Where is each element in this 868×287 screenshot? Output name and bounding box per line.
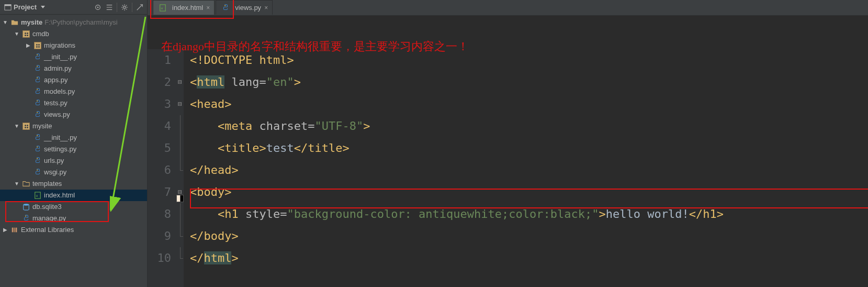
close-icon[interactable]: × [206, 4, 210, 12]
tree-db[interactable]: db.sqlite3 [0, 201, 147, 213]
project-tree[interactable]: ▼ mysite F:\Python\pycharm\mysi ▼ cmdb ▶… [0, 15, 147, 287]
line-number: 6 [148, 159, 171, 181]
tree-label: templates [32, 178, 62, 190]
expand-icon[interactable]: ▼ [2, 17, 8, 28]
svg-point-5 [37, 54, 38, 56]
folder-icon [22, 180, 30, 188]
svg-rect-20 [14, 228, 15, 233]
close-icon[interactable]: × [264, 4, 268, 12]
python-icon [33, 145, 42, 153]
tree-label: models.py [44, 86, 75, 97]
tree-label: tests.py [44, 97, 67, 109]
dropdown-icon[interactable] [41, 6, 45, 8]
python-icon [22, 214, 30, 223]
fold-toggle[interactable] [176, 93, 184, 115]
code-area[interactable]: 1 2 3 4 5 6 7 8 9 10 [148, 16, 868, 287]
tab-index-html[interactable]: H index.html × [153, 0, 215, 15]
expand-icon[interactable]: ▼ [14, 28, 20, 40]
tree-label: admin.py [44, 63, 72, 74]
tree-cmdb[interactable]: ▼ cmdb [0, 28, 147, 40]
color-swatch-icon[interactable] [180, 195, 184, 202]
html-icon: H [33, 191, 42, 200]
package-icon [33, 41, 42, 50]
tree-label: mysite [32, 120, 52, 132]
package-icon [22, 30, 30, 38]
sidebar-header: Project [0, 0, 147, 15]
svg-point-7 [37, 78, 38, 79]
tab-views-py[interactable]: views.py × [216, 0, 273, 15]
python-icon [33, 168, 42, 176]
tree-index-html[interactable]: H index.html [0, 190, 147, 201]
svg-point-24 [225, 5, 226, 6]
tree-migrations[interactable]: ▶ migrations [0, 40, 147, 51]
svg-point-9 [37, 101, 38, 102]
scroll-to-source-icon[interactable] [93, 2, 103, 13]
project-icon [4, 4, 12, 11]
tree-label: External Libraries [21, 224, 74, 236]
tabs-row: H index.html × views.py × [148, 0, 868, 16]
tree-file[interactable]: urls.py [0, 155, 147, 167]
tree-file[interactable]: settings.py [0, 144, 147, 155]
python-icon [33, 87, 42, 96]
tree-file[interactable]: tests.py [0, 97, 147, 109]
expand-icon[interactable]: ▼ [14, 120, 20, 132]
tree-mysite-pkg[interactable]: ▼ mysite [0, 120, 147, 132]
tree-file[interactable]: __init__.py [0, 51, 147, 63]
tab-label: index.html [172, 4, 203, 12]
fold-gutter [176, 49, 184, 287]
tree-file[interactable]: apps.py [0, 74, 147, 86]
python-icon [221, 4, 230, 12]
python-icon [33, 76, 42, 84]
expand-icon[interactable]: ▼ [14, 178, 20, 190]
expand-icon[interactable]: ▶ [25, 40, 31, 51]
collapse-all-icon[interactable] [104, 2, 115, 13]
svg-point-13 [37, 158, 38, 159]
python-icon [33, 134, 42, 142]
line-number: 7 [148, 181, 171, 203]
python-icon [33, 111, 42, 119]
sidebar-title[interactable]: Project [14, 3, 37, 11]
svg-text:H: H [36, 194, 38, 197]
database-icon [22, 203, 30, 211]
line-number: 9 [148, 225, 171, 247]
hide-icon[interactable] [134, 2, 145, 13]
gear-icon[interactable] [119, 2, 130, 13]
tree-label: settings.py [44, 144, 76, 155]
svg-point-8 [37, 89, 38, 90]
tree-templates[interactable]: ▼ templates [0, 178, 147, 190]
folder-icon [10, 18, 19, 27]
tree-file[interactable]: admin.py [0, 63, 147, 74]
tree-label: apps.py [44, 74, 68, 86]
svg-text:H: H [161, 6, 163, 9]
color-swatches [176, 187, 184, 209]
editor: H index.html × views.py × 1 2 3 4 5 6 7 … [148, 0, 868, 287]
tree-manage[interactable]: manage.py [0, 213, 147, 224]
tree-label: manage.py [32, 213, 66, 224]
tree-ext-lib[interactable]: ▶ External Libraries [0, 224, 147, 236]
line-number: 8 [148, 203, 171, 225]
line-number: 1 [148, 49, 171, 71]
tree-label: __init__.py [44, 51, 77, 63]
line-number: 4 [148, 115, 171, 137]
fold-toggle[interactable] [176, 71, 184, 93]
tab-label: views.py [235, 4, 261, 12]
svg-point-17 [24, 204, 29, 206]
library-icon [10, 226, 19, 234]
tree-file[interactable]: __init__.py [0, 132, 147, 144]
line-number: 3 [148, 93, 171, 115]
python-icon [33, 53, 42, 61]
tree-label: cmdb [32, 28, 49, 40]
tree-label: urls.py [44, 155, 64, 167]
package-icon [22, 122, 30, 130]
tree-root[interactable]: ▼ mysite F:\Python\pycharm\mysi [0, 17, 147, 28]
expand-icon[interactable]: ▶ [2, 224, 8, 236]
svg-point-3 [97, 6, 99, 8]
tree-file[interactable]: wsgi.py [0, 167, 147, 178]
project-sidebar: Project ▼ mysite F:\Python\pycharm\mysi … [0, 0, 148, 287]
tree-label: db.sqlite3 [32, 201, 62, 213]
tree-file[interactable]: models.py [0, 86, 147, 97]
svg-point-4 [123, 6, 126, 8]
python-icon [33, 157, 42, 165]
code[interactable]: <!DOCTYPE html> <html lang="en"> <head> … [184, 49, 868, 287]
tree-file[interactable]: views.py [0, 109, 147, 120]
